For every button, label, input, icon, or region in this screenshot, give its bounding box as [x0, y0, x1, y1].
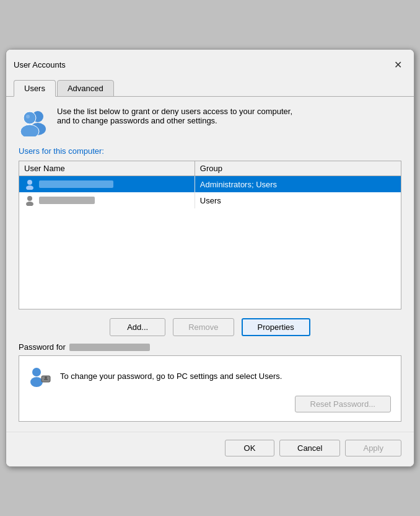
- password-section: To change your password, go to PC settin…: [19, 355, 401, 422]
- svg-point-6: [26, 185, 33, 190]
- reset-password-button[interactable]: Reset Password...: [295, 396, 392, 412]
- password-label-prefix: Password for: [19, 342, 66, 352]
- tab-advanced[interactable]: Advanced: [57, 80, 114, 97]
- svg-point-9: [32, 368, 41, 376]
- user-table-container[interactable]: User Name Group: [19, 161, 401, 309]
- info-section: Use the list below to grant or deny user…: [19, 107, 401, 136]
- add-button[interactable]: Add...: [110, 318, 165, 336]
- reset-btn-row: Reset Password...: [29, 396, 391, 412]
- user-action-buttons: Add... Remove Properties: [19, 318, 401, 336]
- footer-buttons: OK Cancel Apply: [6, 432, 414, 466]
- password-username-blurred: [69, 344, 150, 351]
- window-title: User Accounts: [14, 60, 66, 69]
- password-section-wrapper: Password for To change your password, go…: [19, 342, 401, 422]
- cancel-button[interactable]: Cancel: [279, 440, 340, 456]
- title-bar: User Accounts ✕: [6, 50, 414, 73]
- remove-button[interactable]: Remove: [173, 318, 234, 336]
- info-text: Use the list below to grant or deny user…: [57, 107, 292, 125]
- user-name-cell: [19, 192, 195, 208]
- ok-button[interactable]: OK: [225, 440, 274, 456]
- user-row-icon: [24, 179, 35, 190]
- password-info: To change your password, go to PC settin…: [29, 365, 391, 387]
- group-cell: Users: [195, 192, 401, 208]
- password-info-text: To change your password, go to PC settin…: [60, 371, 282, 381]
- close-button[interactable]: ✕: [389, 56, 406, 73]
- user-table: User Name Group: [19, 161, 401, 208]
- group-cell: Administrators; Users: [195, 176, 401, 193]
- svg-point-8: [26, 202, 33, 206]
- svg-point-10: [30, 377, 43, 387]
- svg-point-3: [20, 125, 39, 136]
- main-content: Use the list below to grant or deny user…: [6, 97, 414, 432]
- col-group: Group: [195, 161, 401, 176]
- svg-point-7: [27, 196, 32, 201]
- svg-point-2: [24, 112, 36, 124]
- svg-point-5: [27, 180, 32, 185]
- apply-button[interactable]: Apply: [345, 440, 401, 456]
- table-row[interactable]: Administrators; Users: [19, 176, 401, 193]
- col-username: User Name: [19, 161, 195, 176]
- svg-point-4: [26, 115, 30, 118]
- username-blurred: [39, 180, 113, 188]
- properties-button[interactable]: Properties: [242, 318, 310, 336]
- username-blurred: [39, 197, 95, 204]
- users-section-label: Users for this computer:: [19, 146, 401, 156]
- svg-rect-13: [44, 379, 48, 380]
- tab-users[interactable]: Users: [14, 80, 56, 97]
- svg-point-12: [45, 376, 47, 379]
- tab-bar: Users Advanced: [6, 76, 414, 97]
- user-accounts-dialog: User Accounts ✕ Users Advanced U: [6, 49, 414, 467]
- user-row-icon: [24, 195, 35, 206]
- password-user-icon: [29, 365, 51, 387]
- users-icon: [19, 107, 48, 136]
- table-row[interactable]: Users: [19, 192, 401, 208]
- user-name-cell: [19, 176, 195, 193]
